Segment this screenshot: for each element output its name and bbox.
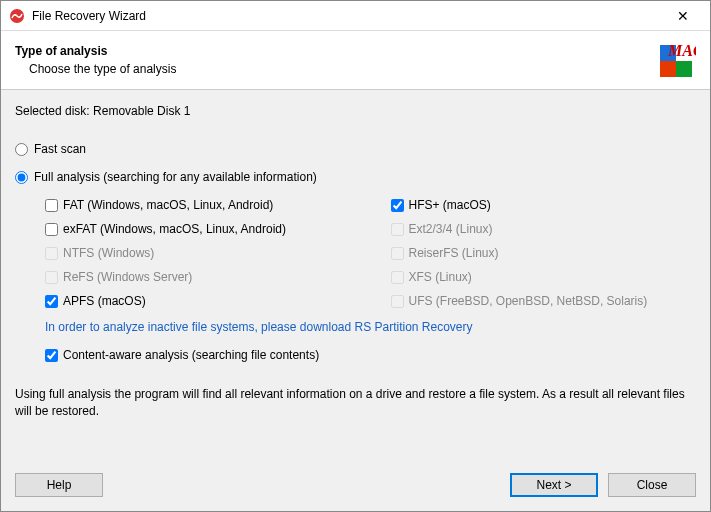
filesystem-label: UFS (FreeBSD, OpenBSD, NetBSD, Solaris) (409, 294, 648, 308)
filesystem-option[interactable]: APFS (macOS) (45, 294, 351, 308)
fast-scan-radio[interactable] (15, 143, 28, 156)
filesystem-option[interactable]: HFS+ (macOS) (391, 198, 697, 212)
product-logo-icon: MAC (658, 41, 696, 79)
filesystem-option: XFS (Linux) (391, 270, 697, 284)
help-button[interactable]: Help (15, 473, 103, 497)
wizard-window: File Recovery Wizard ✕ Type of analysis … (0, 0, 711, 512)
filesystem-checkbox (45, 247, 58, 260)
filesystem-label: XFS (Linux) (409, 270, 472, 284)
filesystem-label: FAT (Windows, macOS, Linux, Android) (63, 198, 273, 212)
full-analysis-radio[interactable] (15, 171, 28, 184)
wizard-header: Type of analysis Choose the type of anal… (1, 31, 710, 90)
filesystem-checkbox (45, 271, 58, 284)
fast-scan-label: Fast scan (34, 142, 86, 156)
download-link[interactable]: In order to analyze inactive file system… (45, 320, 696, 334)
content-aware-label: Content-aware analysis (searching file c… (63, 348, 319, 362)
filesystem-checkbox[interactable] (45, 199, 58, 212)
filesystem-checkbox (391, 271, 404, 284)
filesystem-option: Ext2/3/4 (Linux) (391, 222, 697, 236)
header-text: Type of analysis Choose the type of anal… (15, 44, 658, 76)
window-title: File Recovery Wizard (32, 9, 662, 23)
svg-rect-1 (660, 61, 676, 77)
filesystem-checkbox[interactable] (391, 199, 404, 212)
svg-rect-3 (676, 61, 692, 77)
selected-disk-label: Selected disk: Removable Disk 1 (15, 104, 696, 118)
full-analysis-option[interactable]: Full analysis (searching for any availab… (15, 170, 696, 184)
button-bar: Help Next > Close (1, 461, 710, 511)
titlebar: File Recovery Wizard ✕ (1, 1, 710, 31)
next-button[interactable]: Next > (510, 473, 598, 497)
description-text: Using full analysis the program will fin… (15, 386, 696, 420)
spacer (113, 473, 500, 497)
filesystem-checkbox[interactable] (45, 295, 58, 308)
filesystem-option: NTFS (Windows) (45, 246, 351, 260)
header-subtitle: Choose the type of analysis (15, 62, 658, 76)
filesystem-label: Ext2/3/4 (Linux) (409, 222, 493, 236)
filesystem-option[interactable]: exFAT (Windows, macOS, Linux, Android) (45, 222, 351, 236)
filesystem-checkbox[interactable] (45, 223, 58, 236)
filesystem-option: UFS (FreeBSD, OpenBSD, NetBSD, Solaris) (391, 294, 697, 308)
app-icon (9, 8, 25, 24)
filesystem-label: exFAT (Windows, macOS, Linux, Android) (63, 222, 286, 236)
close-icon[interactable]: ✕ (662, 2, 704, 30)
close-button[interactable]: Close (608, 473, 696, 497)
filesystem-option: ReFS (Windows Server) (45, 270, 351, 284)
content-aware-option[interactable]: Content-aware analysis (searching file c… (45, 348, 696, 362)
header-title: Type of analysis (15, 44, 658, 58)
svg-text:MAC: MAC (667, 42, 696, 59)
filesystem-label: NTFS (Windows) (63, 246, 154, 260)
filesystem-checkbox (391, 295, 404, 308)
filesystem-label: APFS (macOS) (63, 294, 146, 308)
filesystem-label: HFS+ (macOS) (409, 198, 491, 212)
wizard-body: Selected disk: Removable Disk 1 Fast sca… (1, 90, 710, 461)
filesystem-grid: FAT (Windows, macOS, Linux, Android)HFS+… (45, 198, 696, 308)
content-aware-checkbox[interactable] (45, 349, 58, 362)
fast-scan-option[interactable]: Fast scan (15, 142, 696, 156)
filesystem-checkbox (391, 247, 404, 260)
full-analysis-label: Full analysis (searching for any availab… (34, 170, 317, 184)
filesystem-checkbox (391, 223, 404, 236)
filesystem-option: ReiserFS (Linux) (391, 246, 697, 260)
filesystem-label: ReFS (Windows Server) (63, 270, 192, 284)
filesystem-label: ReiserFS (Linux) (409, 246, 499, 260)
filesystem-option[interactable]: FAT (Windows, macOS, Linux, Android) (45, 198, 351, 212)
